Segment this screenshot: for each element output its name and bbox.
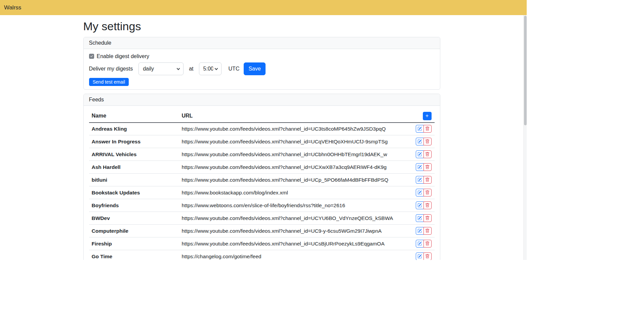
save-button[interactable]: Save <box>244 62 265 75</box>
delete-feed-button[interactable] <box>424 189 432 196</box>
trash-icon <box>425 229 430 233</box>
feed-url: https://www.youtube.com/feeds/videos.xml… <box>179 237 413 250</box>
deliver-label: Deliver my digests <box>89 66 133 72</box>
delete-feed-button[interactable] <box>424 227 432 235</box>
screenshot-canvas: Walrss My settings Schedule <box>0 0 644 316</box>
edit-feed-button[interactable] <box>416 125 424 133</box>
pencil-square-icon <box>417 152 422 156</box>
pencil-square-icon <box>417 190 422 195</box>
pencil-square-icon <box>417 165 422 169</box>
main-container: My settings Schedule Enable digest deliv… <box>83 15 440 260</box>
table-row: Andreas Kling https://www.youtube.com/fe… <box>89 123 435 135</box>
at-label: at <box>189 66 193 72</box>
edit-feed-button[interactable] <box>416 214 424 222</box>
feed-actions <box>416 138 432 145</box>
delete-feed-button[interactable] <box>424 138 432 145</box>
trash-icon <box>425 203 430 208</box>
feed-url: https://www.bookstackapp.com/blog/index.… <box>179 186 413 199</box>
table-row: Computerphile https://www.youtube.com/fe… <box>89 225 435 237</box>
feed-actions <box>416 201 432 209</box>
feed-url: https://www.youtube.com/feeds/videos.xml… <box>179 123 413 135</box>
feed-url: https://www.youtube.com/feeds/videos.xml… <box>179 161 413 174</box>
feed-url: https://www.webtoons.com/en/slice-of-lif… <box>179 199 413 212</box>
table-row: Boyfriends https://www.webtoons.com/en/s… <box>89 199 435 212</box>
feed-actions <box>416 163 432 171</box>
feed-url: https://changelog.com/gotime/feed <box>179 250 413 260</box>
trash-icon <box>425 165 430 169</box>
timezone-label: UTC <box>229 66 240 72</box>
delete-feed-button[interactable] <box>424 240 432 247</box>
feed-url: https://www.youtube.com/feeds/videos.xml… <box>179 225 413 237</box>
feed-actions <box>416 253 432 260</box>
delete-feed-button[interactable] <box>424 163 432 171</box>
table-row: Go Time https://changelog.com/gotime/fee… <box>89 250 435 260</box>
edit-feed-button[interactable] <box>416 138 424 145</box>
feed-name: Computerphile <box>89 225 179 237</box>
feed-actions <box>416 240 432 247</box>
feed-url: https://www.youtube.com/feeds/videos.xml… <box>179 174 413 186</box>
pencil-square-icon <box>417 178 422 182</box>
edit-feed-button[interactable] <box>416 253 424 260</box>
feed-name: ARRIVAL Vehicles <box>89 148 179 161</box>
feed-name: Bookstack Updates <box>89 186 179 199</box>
feed-actions <box>416 227 432 235</box>
feed-name: Ash Hardell <box>89 161 179 174</box>
enable-digest-label[interactable]: Enable digest delivery <box>97 53 150 59</box>
edit-feed-button[interactable] <box>416 201 424 209</box>
pencil-square-icon <box>417 139 422 144</box>
trash-icon <box>425 190 430 195</box>
trash-icon <box>425 216 430 220</box>
feed-name: Andreas Kling <box>89 123 179 135</box>
feed-name: Fireship <box>89 237 179 250</box>
time-select[interactable]: 5:00 <box>199 62 222 75</box>
feeds-card: Feeds Name URL + <box>83 94 440 260</box>
edit-feed-button[interactable] <box>416 189 424 196</box>
add-feed-button[interactable]: + <box>423 112 432 120</box>
table-row: ARRIVAL Vehicles https://www.youtube.com… <box>89 148 435 161</box>
frequency-select[interactable]: daily <box>138 62 184 75</box>
column-header-url: URL <box>179 110 413 123</box>
scrollbar-thumb[interactable] <box>524 16 527 125</box>
delete-feed-button[interactable] <box>424 214 432 222</box>
feeds-table-body: Andreas Kling https://www.youtube.com/fe… <box>89 123 435 260</box>
trash-icon <box>425 139 430 144</box>
feed-url: https://www.youtube.com/feeds/videos.xml… <box>179 135 413 148</box>
feed-actions <box>416 125 432 133</box>
browser-viewport: Walrss My settings Schedule <box>0 0 527 260</box>
delete-feed-button[interactable] <box>424 253 432 260</box>
feeds-table: Name URL + Andreas Kling https://www.you… <box>89 110 435 260</box>
trash-icon <box>425 127 430 131</box>
feed-actions <box>416 176 432 184</box>
table-row: Fireship https://www.youtube.com/feeds/v… <box>89 237 435 250</box>
delete-feed-button[interactable] <box>424 201 432 209</box>
feeds-card-header: Feeds <box>84 94 440 106</box>
table-row: BWDev https://www.youtube.com/feeds/vide… <box>89 212 435 225</box>
feed-actions <box>416 214 432 222</box>
delete-feed-button[interactable] <box>424 150 432 158</box>
trash-icon <box>425 254 430 259</box>
delete-feed-button[interactable] <box>424 176 432 184</box>
page-content: My settings Schedule Enable digest deliv… <box>0 15 523 260</box>
edit-feed-button[interactable] <box>416 163 424 171</box>
edit-feed-button[interactable] <box>416 240 424 247</box>
edit-feed-button[interactable] <box>416 176 424 184</box>
feed-actions <box>416 150 432 158</box>
pencil-square-icon <box>417 127 422 131</box>
digest-enabled-checkbox[interactable] <box>89 54 94 59</box>
scrollbar-track[interactable] <box>523 15 527 260</box>
top-navbar: Walrss <box>0 0 527 15</box>
feed-name: Boyfriends <box>89 199 179 212</box>
feeds-card-body: Name URL + Andreas Kling https://www.you… <box>84 106 440 260</box>
schedule-card-header: Schedule <box>84 37 440 49</box>
pencil-square-icon <box>417 229 422 233</box>
edit-feed-button[interactable] <box>416 150 424 158</box>
feed-name: bitluni <box>89 174 179 186</box>
delete-feed-button[interactable] <box>424 125 432 133</box>
brand-link[interactable]: Walrss <box>4 4 21 11</box>
send-test-email-button[interactable]: Send test email <box>89 78 129 86</box>
trash-icon <box>425 178 430 182</box>
table-row: bitluni https://www.youtube.com/feeds/vi… <box>89 174 435 186</box>
table-row: Bookstack Updates https://www.bookstacka… <box>89 186 435 199</box>
edit-feed-button[interactable] <box>416 227 424 235</box>
frequency-select-wrap: daily <box>138 62 184 75</box>
